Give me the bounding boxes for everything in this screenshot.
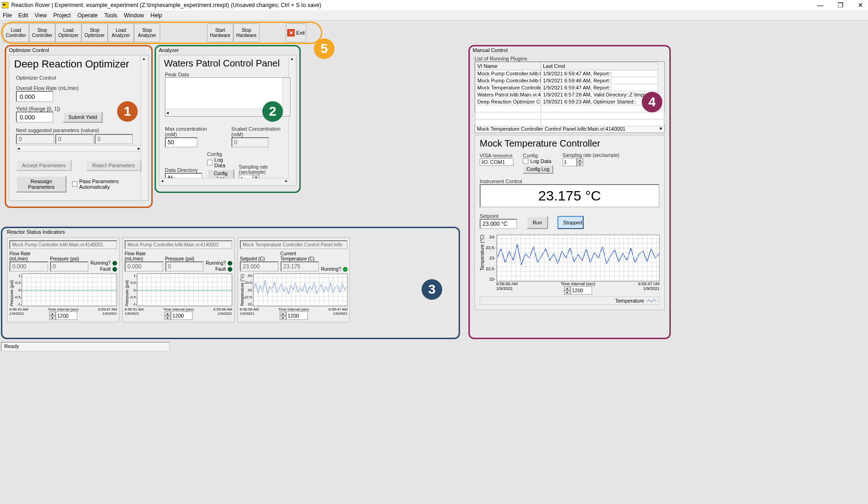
param-1: [16, 134, 54, 144]
fault-led: [228, 267, 232, 272]
setpoint-input[interactable]: [480, 219, 517, 229]
menu-operate[interactable]: Operate: [77, 12, 97, 19]
col-last-cmd: Last Cmd: [541, 62, 664, 70]
exit-label: Exit: [296, 30, 304, 36]
plugins-table[interactable]: VI NameLast Cmd Mock Pump Controller.lvl…: [475, 61, 665, 113]
suggested-params-label: Next suggested parameters (values): [16, 127, 141, 133]
optimizer-subtitle: Optimizer Control: [16, 75, 141, 81]
run-button[interactable]: Run: [527, 216, 548, 229]
visa-input[interactable]: [489, 159, 512, 165]
minimize-button[interactable]: —: [814, 1, 826, 9]
peak-scrollbar[interactable]: [282, 78, 290, 116]
badge-3: 3: [422, 279, 442, 300]
exit-icon: ✕: [287, 29, 295, 37]
running-led: [228, 261, 232, 266]
menu-edit[interactable]: Edit: [18, 12, 28, 19]
reassign-params-button[interactable]: Reassign Parameters: [16, 176, 67, 193]
badge-2: 2: [262, 101, 283, 122]
optimizer-panel-label: Optimizer Control: [6, 46, 151, 54]
exit-button[interactable]: ✕ Exit: [286, 23, 306, 42]
statusbar: Ready: [1, 342, 170, 351]
card-title: [125, 240, 232, 249]
manual-temperature-chart: [497, 235, 660, 282]
analyzer-panel-label: Analyzer: [156, 46, 299, 54]
app-icon: [2, 2, 8, 8]
table-row[interactable]: Mock Pump Controller.lvlib:Ma1/9/2021 6:…: [475, 70, 664, 77]
reactor-card: Setpoint (C) Current Temperature (C) Run…: [237, 237, 350, 322]
scrollbar-h[interactable]: ◂▸: [160, 178, 289, 185]
stop-hardware-button[interactable]: Stop Hardware: [233, 23, 260, 42]
optimizer-title: Deep Reaction Optimizer: [9, 55, 148, 73]
start-hardware-button[interactable]: Start Hardware: [207, 23, 233, 42]
scroll-left-icon[interactable]: ◂: [17, 146, 20, 151]
running-led: [112, 261, 117, 266]
card-title: [9, 240, 117, 249]
card-val-2: [50, 261, 89, 272]
load-optimizer-button[interactable]: Load Optimizer: [55, 23, 82, 42]
legend-line-icon: [647, 298, 656, 303]
menu-view[interactable]: View: [35, 12, 47, 19]
scaled-concentration-output: [231, 137, 269, 148]
close-button[interactable]: ✕: [855, 1, 866, 9]
manual-config-log-button[interactable]: Config Log: [523, 165, 553, 174]
card-val-2: [281, 261, 319, 272]
sampling-rate-label: Sampling rate (sec/sample): [239, 164, 290, 175]
data-directory-label: Data Directory: [165, 167, 202, 173]
scroll-right-icon[interactable]: ▸: [138, 146, 140, 151]
badge-5: 5: [314, 38, 334, 59]
table-row[interactable]: Waters Patrol.lvlib:Main.vi:411/9/2021 6…: [475, 91, 664, 98]
reactor-card: Flow Rate (mL/min) Pressure (psi) Runnin…: [7, 237, 119, 322]
card-interval-spinner[interactable]: ▴▾: [163, 311, 194, 320]
analyzer-title: Waters Patrol Control Panel: [159, 55, 296, 72]
config-label: Config: [207, 151, 234, 157]
card-interval-spinner[interactable]: ▴▾: [48, 311, 79, 320]
card-val-1: [125, 261, 163, 272]
menu-help[interactable]: Help: [150, 12, 162, 19]
table-row[interactable]: Deep Reaction Optimizer Cont1/9/2021 6:5…: [475, 98, 664, 105]
submit-yield-button[interactable]: Submit Yield: [63, 111, 103, 123]
stop-controller-button[interactable]: Stop Controller: [29, 23, 55, 42]
load-analyzer-button[interactable]: Load Analyzer: [108, 23, 134, 42]
manual-sampling-spinner[interactable]: ▴▾: [563, 158, 620, 166]
io-icon: I/O: [481, 160, 489, 165]
maximize-button[interactable]: ❐: [835, 1, 846, 9]
max-concentration-input[interactable]: [165, 137, 198, 148]
stopped-button[interactable]: Stopped: [557, 216, 584, 229]
menu-window[interactable]: Window: [124, 12, 144, 19]
manual-config-label: Config: [523, 153, 553, 158]
stop-optimizer-button[interactable]: Stop Optimizer: [82, 23, 108, 42]
flow-rate-input[interactable]: [16, 91, 53, 102]
manual-log-data-checkbox[interactable]: Log Data: [523, 158, 553, 164]
accept-params-button[interactable]: Accept Parameters: [16, 160, 72, 171]
manual-interval-spinner[interactable]: ▴▾: [561, 286, 595, 295]
menu-tools[interactable]: Tools: [104, 12, 118, 19]
param-2: [55, 134, 94, 144]
badge-4: 4: [642, 92, 662, 112]
yield-input[interactable]: [16, 111, 53, 123]
reactor-card: Flow Rate (mL/min) Pressure (psi) Runnin…: [122, 237, 235, 322]
temperature-display: 23.175 °C: [480, 184, 660, 208]
setpoint-label: Setpoint: [480, 213, 517, 219]
peak-data-label: Peak Data: [165, 72, 290, 77]
menu-file[interactable]: File: [3, 12, 12, 19]
scaled-concentration-label: Scaled Concentration (mM): [231, 126, 290, 137]
card-val-1: [240, 261, 279, 272]
reject-params-button[interactable]: Reject Parameters: [86, 160, 141, 171]
manual-interval-label: Time Interval (sec): [561, 282, 595, 286]
menu-project[interactable]: Project: [53, 12, 71, 19]
log-data-checkbox[interactable]: Log Data: [207, 157, 234, 168]
badge-1: 1: [117, 101, 138, 122]
flow-rate-label: Overall Flow Rate (mL/min): [16, 85, 141, 91]
scrollbar-v[interactable]: ▴: [141, 56, 147, 200]
fault-led: [112, 267, 117, 272]
legend-label: Temperature: [615, 298, 644, 304]
load-controller-button[interactable]: Load Controller: [3, 23, 29, 42]
scrollbar-v[interactable]: ▴: [289, 56, 295, 178]
stop-analyzer-button[interactable]: Stop Analyzer: [134, 23, 160, 42]
table-row[interactable]: Mock Pump Controller.lvlib:Ma1/9/2021 6:…: [475, 77, 664, 84]
auto-pass-checkbox[interactable]: Pass Parameters Automatically: [72, 178, 141, 190]
param-3: [95, 134, 133, 144]
reactor-panel-label: Reactor Status Indicators: [4, 228, 459, 236]
table-row[interactable]: Mock Temperature Controller 1/9/2021 6:5…: [475, 84, 664, 91]
card-interval-spinner[interactable]: ▴▾: [278, 311, 309, 320]
